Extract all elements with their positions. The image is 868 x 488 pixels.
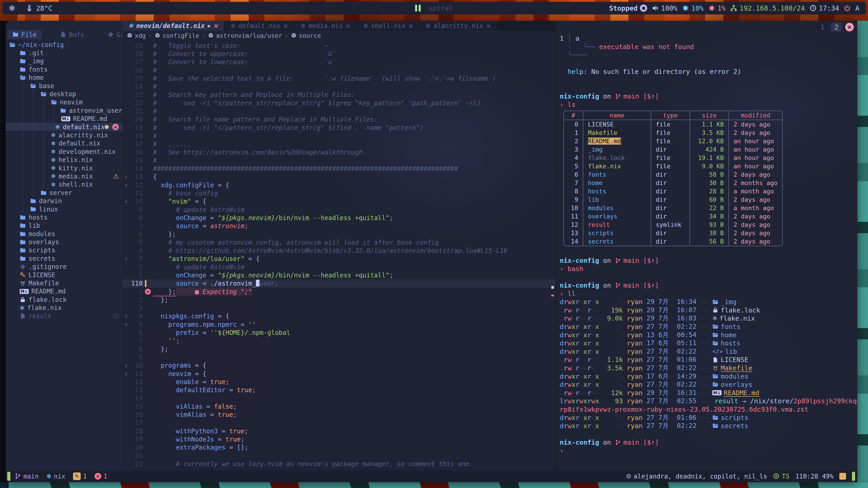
code-line[interactable]: 7 ''; — [122, 337, 555, 345]
fold-icon[interactable] — [122, 330, 130, 335]
code-line[interactable]: 22 # currently we use lazy.nvim as neovi… — [122, 460, 555, 468]
tree-item-default-nix[interactable]: ❄default.nix× — [6, 123, 122, 131]
fold-icon[interactable]: ∨ — [122, 322, 130, 327]
editor-tab-shell-nix[interactable]: ❄shell.nix× — [357, 21, 419, 31]
tree-item-flake-lock[interactable]: flake.lock — [6, 295, 122, 304]
code-line[interactable]: 24# — [122, 83, 555, 91]
tree-item-flake-nix[interactable]: ❄flake.nix — [6, 304, 122, 312]
fold-icon[interactable] — [122, 387, 130, 393]
fold-icon[interactable] — [122, 436, 130, 442]
code-line[interactable]: 110 source = ./astronvim_user; — [122, 280, 555, 288]
tab-close-icon[interactable]: × — [408, 22, 413, 30]
network-indicator[interactable]: 192.168.5.100/24 — [730, 4, 805, 12]
fold-icon[interactable]: ∨ — [122, 182, 130, 188]
tree-item-modules[interactable]: modules — [6, 230, 122, 238]
fold-icon[interactable] — [122, 207, 130, 213]
tree-item-helix-nix[interactable]: ❄helix.nix — [6, 156, 122, 164]
tree-item-lib[interactable]: lib — [6, 222, 122, 230]
tree-item-shell-nix[interactable]: ❄shell.nix — [6, 181, 122, 189]
fold-icon[interactable] — [122, 125, 130, 131]
fold-icon[interactable] — [122, 76, 130, 81]
code-line[interactable]: ∨10 "nvim" = { — [122, 197, 555, 205]
fold-icon[interactable] — [122, 248, 130, 254]
terminal-pane[interactable]: 12× 1 │ a · ╰── executable was not found… — [556, 21, 857, 470]
tree-item-base[interactable]: base — [6, 82, 122, 90]
now-playing[interactable]: spiral — [415, 4, 453, 12]
fold-icon[interactable]: ∨ — [122, 363, 130, 368]
fold-icon[interactable] — [122, 346, 130, 352]
sidebar-tab-file[interactable]: File — [7, 30, 41, 39]
tree-item-license[interactable]: LICENSE — [6, 271, 122, 279]
fold-icon[interactable] — [122, 461, 130, 467]
tree-item--git[interactable]: .git — [6, 49, 122, 57]
fold-icon[interactable]: ∨ — [122, 174, 130, 180]
code-line[interactable]: 29# Toggle text's case: ~ — [122, 41, 555, 50]
tree-item-development-nix[interactable]: ❄development.nix — [6, 148, 122, 156]
code-line[interactable]: 20# Search file name pattern and Replace… — [122, 116, 555, 124]
tree-item-fonts[interactable]: fonts — [6, 65, 122, 73]
gpu-indicator[interactable]: 10% — [682, 4, 704, 12]
fold-icon[interactable] — [122, 404, 130, 410]
code-line[interactable]: ∨3 "astronvim/lua/user" = { — [122, 255, 555, 263]
fold-icon[interactable] — [122, 240, 130, 246]
breadcrumb-item[interactable]: astronvim/lua/user — [208, 32, 282, 39]
tab-close-icon[interactable]: × — [213, 22, 218, 30]
editor-tab-alacritty-nix[interactable]: ❄alacritty.nix× — [420, 21, 497, 31]
fold-icon[interactable] — [122, 445, 130, 450]
code-line[interactable]: 11 # base config — [122, 189, 555, 197]
code-line[interactable]: 15# — [122, 156, 555, 164]
fold-icon[interactable] — [122, 289, 130, 295]
code-line[interactable]: 27# Convert to lowercase: `u` — [122, 58, 555, 66]
code-line[interactable]: 17# ...... — [122, 140, 555, 148]
code-line[interactable]: 6 }; — [122, 230, 555, 238]
code-line[interactable]: 8 }; — [122, 345, 555, 353]
power-button[interactable] — [844, 4, 851, 12]
fold-icon[interactable] — [122, 92, 130, 98]
code-line[interactable]: 13 defaultEditor = true; — [122, 386, 555, 394]
code-line[interactable]: ∨10 programs = { — [122, 361, 555, 369]
fold-icon[interactable] — [122, 379, 130, 385]
fold-icon[interactable] — [122, 59, 130, 65]
code-line[interactable]: 3 — [122, 304, 555, 312]
fold-icon[interactable] — [122, 355, 130, 360]
tree-item-default-nix[interactable]: ❄default.nix — [6, 139, 122, 148]
code-line[interactable]: 1× }; ■ Expecting ";" — [122, 288, 555, 296]
fold-icon[interactable] — [122, 166, 130, 171]
fold-icon[interactable] — [122, 281, 130, 286]
fold-icon[interactable] — [122, 338, 130, 344]
tree-item-secrets[interactable]: secrets — [6, 254, 122, 263]
player-status[interactable]: Stopped — [609, 4, 647, 12]
fold-icon[interactable] — [122, 141, 130, 147]
code-line[interactable]: 16 vimAlias = true; — [122, 411, 555, 419]
fold-icon[interactable] — [122, 215, 130, 221]
tree-item--nix-config[interactable]: ~/nix-config — [6, 41, 122, 49]
fold-icon[interactable]: ∨ — [122, 256, 130, 262]
sidebar-tab-bufs[interactable]: Bufs — [55, 30, 89, 39]
fold-icon[interactable] — [122, 108, 130, 114]
fold-icon[interactable] — [122, 223, 130, 229]
tree-item-darwin[interactable]: darwin — [6, 197, 122, 205]
fold-icon[interactable] — [122, 297, 130, 303]
tree-item-linux[interactable]: linux — [6, 205, 122, 213]
window-close-button[interactable]: × — [845, 23, 854, 31]
fold-icon[interactable] — [122, 420, 130, 426]
tree-item-media-nix[interactable]: ❄media.nix⚠ — [6, 172, 122, 180]
fold-icon[interactable] — [122, 453, 130, 458]
error-count[interactable]: × 1 — [94, 473, 107, 480]
fold-icon[interactable] — [122, 51, 130, 57]
code-line[interactable]: 1 onChange = "${pkgs.neovim}/bin/nvim --… — [122, 271, 555, 279]
code-line[interactable]: ∨13{ — [122, 173, 555, 181]
code-line[interactable]: 2 # update AstroNvim — [122, 263, 555, 271]
tree-item--img[interactable]: _img — [6, 57, 122, 65]
code-line[interactable]: ∨5 programs.npm.npmrc = '' — [122, 320, 555, 328]
fold-icon[interactable] — [122, 412, 130, 418]
code-line[interactable]: 8 onChange = "${pkgs.neovim}/bin/nvim --… — [122, 214, 555, 222]
close-icon[interactable]: × — [112, 124, 119, 130]
tab-close-icon[interactable]: × — [346, 22, 351, 30]
fold-icon[interactable] — [122, 158, 130, 163]
breadcrumb-item[interactable]: configFile — [155, 32, 199, 39]
fold-icon[interactable] — [122, 43, 130, 48]
git-branch-status[interactable]: main — [14, 473, 39, 480]
code-line[interactable]: 14 — [122, 394, 555, 402]
code-line[interactable]: 20 extraPackages = []; — [122, 444, 555, 452]
